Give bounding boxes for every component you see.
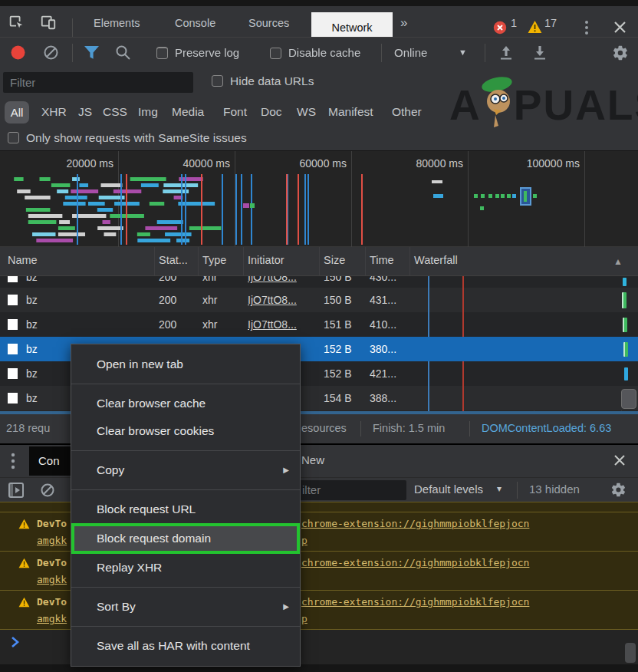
hide-data-urls-checkbox[interactable] xyxy=(212,75,223,87)
table-row[interactable]: bz 200 xhr IjO7ttO8... 151 B 410... xyxy=(0,312,638,337)
divider xyxy=(381,44,382,62)
type-filter-other[interactable]: Other xyxy=(392,105,422,119)
url-wrap-fragment[interactable]: p xyxy=(301,613,307,624)
cell-time: 380... xyxy=(370,337,396,361)
network-filter-input[interactable]: Filter xyxy=(3,72,193,93)
drawer-menu-icon[interactable] xyxy=(11,453,15,469)
menu-item-block-request-url[interactable]: Block request URL xyxy=(71,496,300,523)
menu-item-block-request-domain-highlighted[interactable]: Block request domain xyxy=(71,523,300,554)
warning-icon xyxy=(18,519,30,529)
more-tabs-chevron[interactable]: » xyxy=(400,15,407,31)
menu-item-save-all-as-har[interactable]: Save all as HAR with content xyxy=(71,632,300,660)
request-favicon xyxy=(8,393,18,404)
throttling-dropdown-arrow[interactable]: ▼ xyxy=(459,48,467,57)
import-har-icon[interactable] xyxy=(498,44,514,61)
throttling-select[interactable]: Online xyxy=(394,46,427,59)
col-status[interactable]: Stat... xyxy=(159,254,188,266)
cell-name: bz xyxy=(26,276,38,288)
table-scrollbar-thumb[interactable] xyxy=(621,389,636,409)
network-overview[interactable]: 20000 ms 40000 ms 60000 ms 80000 ms 1000… xyxy=(0,150,638,247)
menu-item-clear-browser-cache[interactable]: Clear browser cache xyxy=(71,390,300,417)
col-waterfall[interactable]: Waterfall xyxy=(414,254,458,266)
type-filter-img[interactable]: Img xyxy=(138,105,158,119)
hidden-messages-count: 13 hidden xyxy=(529,483,580,496)
type-filter-all-active[interactable]: All xyxy=(5,101,29,124)
type-filter-js[interactable]: JS xyxy=(78,105,92,119)
warning-badge-icon[interactable] xyxy=(528,20,542,34)
menu-item-copy[interactable]: Copy▶ xyxy=(71,456,300,484)
error-badge-icon[interactable] xyxy=(493,21,507,35)
console-sidebar-icon[interactable] xyxy=(8,482,25,499)
type-filter-xhr[interactable]: XHR xyxy=(41,105,67,119)
extension-url-link[interactable]: chrome-extension://gighmmpiobklfepjocn xyxy=(301,518,529,529)
waterfall-bar xyxy=(623,318,627,332)
message-source-fragment: DevTo xyxy=(37,518,67,529)
col-size[interactable]: Size xyxy=(324,254,345,266)
close-icon[interactable] xyxy=(613,21,626,34)
menu-item-clear-browser-cookies[interactable]: Clear browser cookies xyxy=(71,417,300,445)
table-row[interactable]: bz 200 xhr IjO7ttO8... 150 B 431... xyxy=(0,288,638,312)
col-name[interactable]: Name xyxy=(8,254,38,266)
menu-separator xyxy=(71,626,300,627)
drawer-tab-whats-new-fragment[interactable]: New xyxy=(301,453,324,466)
device-toolbar-icon[interactable] xyxy=(40,14,57,31)
type-filter-manifest[interactable]: Manifest xyxy=(328,105,373,119)
message-link-fragment[interactable]: amgkk xyxy=(37,574,67,585)
console-settings-gear-icon[interactable] xyxy=(610,482,626,498)
message-link-fragment[interactable]: amgkk xyxy=(37,613,67,624)
type-filter-doc[interactable]: Doc xyxy=(261,105,282,119)
preserve-log-checkbox[interactable] xyxy=(156,48,168,59)
settings-gear-icon[interactable] xyxy=(612,44,629,61)
table-row[interactable]: bz 200 xhr IjO7ttO8... 150 B 430... xyxy=(0,276,638,288)
type-filter-ws[interactable]: WS xyxy=(297,105,316,119)
request-favicon xyxy=(8,368,18,379)
warning-icon xyxy=(18,558,30,568)
hide-data-urls-label: Hide data URLs xyxy=(230,74,314,88)
extension-url-link[interactable]: chrome-extension://gighmmpiobklfepjocn xyxy=(301,557,529,568)
drawer-tab-console[interactable]: Con xyxy=(29,446,74,476)
cell-initiator[interactable]: IjO7ttO8... xyxy=(248,288,297,312)
menu-item-replay-xhr[interactable]: Replay XHR xyxy=(71,554,300,581)
requests-count-fragment: 218 requ xyxy=(6,422,50,434)
context-menu: Open in new tab Clear browser cache Clea… xyxy=(71,344,301,667)
log-levels-select[interactable]: Default levels xyxy=(414,483,483,496)
clear-icon[interactable] xyxy=(43,44,59,61)
log-levels-arrow[interactable]: ▾ xyxy=(497,483,502,494)
console-scrollbar-thumb[interactable] xyxy=(625,643,636,663)
col-initiator[interactable]: Initiator xyxy=(248,254,284,266)
menu-item-open-in-new-tab[interactable]: Open in new tab xyxy=(71,351,300,378)
url-wrap-fragment[interactable]: p xyxy=(301,535,307,546)
cell-time: 410... xyxy=(370,312,396,337)
request-favicon xyxy=(8,276,18,282)
drawer-close-icon[interactable] xyxy=(613,454,626,466)
tab-sources[interactable]: Sources xyxy=(248,17,289,29)
search-icon[interactable] xyxy=(115,44,131,61)
more-options-icon[interactable] xyxy=(584,20,589,35)
cell-initiator[interactable]: IjO7ttO8... xyxy=(248,276,297,288)
cell-size: 152 B xyxy=(324,337,352,361)
disable-cache-checkbox[interactable] xyxy=(270,48,281,59)
menu-item-sort-by[interactable]: Sort By▶ xyxy=(71,593,300,621)
cell-time: 431... xyxy=(370,288,396,312)
type-filter-font[interactable]: Font xyxy=(223,105,247,119)
export-har-icon[interactable] xyxy=(532,44,548,61)
col-type[interactable]: Type xyxy=(202,254,226,266)
cell-initiator[interactable]: IjO7ttO8... xyxy=(248,312,297,337)
overview-tick: 20000 ms xyxy=(67,157,113,170)
menu-separator xyxy=(71,587,300,588)
filter-funnel-icon[interactable] xyxy=(83,44,100,61)
inspect-element-icon[interactable] xyxy=(8,14,25,31)
samesite-checkbox[interactable] xyxy=(8,132,19,143)
message-link-fragment[interactable]: amgkk xyxy=(37,535,67,546)
type-filter-css[interactable]: CSS xyxy=(103,105,127,119)
extension-url-link[interactable]: chrome-extension://gighmmpiobklfepjocn xyxy=(301,596,529,608)
tab-elements[interactable]: Elements xyxy=(94,17,140,29)
window-top-edge xyxy=(0,0,638,6)
cell-name: bz xyxy=(26,312,38,337)
sort-arrow-icon[interactable]: ▲ xyxy=(613,256,623,267)
console-clear-icon[interactable] xyxy=(40,483,55,498)
record-button-icon[interactable] xyxy=(10,44,26,61)
col-time[interactable]: Time xyxy=(370,254,394,266)
tab-console[interactable]: Console xyxy=(175,17,215,29)
type-filter-media[interactable]: Media xyxy=(172,105,204,119)
